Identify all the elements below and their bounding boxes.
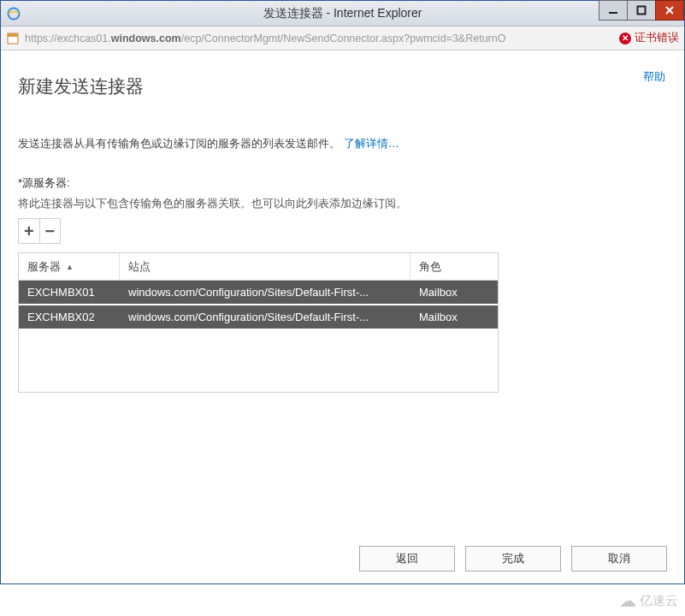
cell-server: EXCHMBX01: [19, 281, 120, 304]
cancel-button[interactable]: 取消: [571, 546, 667, 572]
cell-server: EXCHMBX02: [19, 305, 120, 329]
column-header-server-label: 服务器: [27, 259, 61, 275]
source-server-label: *源服务器:: [18, 175, 667, 191]
description-text: 发送连接器从具有传输角色或边缘订阅的服务器的列表发送邮件。: [18, 137, 340, 150]
cell-role: Mailbox: [410, 281, 498, 304]
window-controls: [599, 0, 684, 21]
description: 发送连接器从具有传输角色或边缘订阅的服务器的列表发送邮件。 了解详情…: [18, 136, 667, 151]
url-path: /ecp/ConnectorMgmt/NewSendConnector.aspx…: [181, 33, 506, 44]
content-area: 帮助 新建发送连接器 发送连接器从具有传输角色或边缘订阅的服务器的列表发送邮件。…: [1, 50, 684, 583]
learn-more-link[interactable]: 了解详情…: [344, 137, 399, 150]
cert-error-icon: ✕: [619, 33, 631, 44]
window-frame: 发送连接器 - Internet Explorer https://exchca…: [0, 0, 685, 584]
back-button[interactable]: 返回: [359, 546, 455, 572]
cell-site: windows.com/Configuration/Sites/Default-…: [120, 305, 410, 329]
url-text: https://exchcas01.windows.com/ecp/Connec…: [25, 33, 614, 44]
cell-site: windows.com/Configuration/Sites/Default-…: [120, 281, 410, 304]
plus-icon: +: [24, 222, 34, 241]
window-title: 发送连接器 - Internet Explorer: [1, 6, 684, 21]
grid-toolbar: + −: [18, 218, 61, 244]
watermark-text: 亿速云: [640, 593, 678, 609]
svg-rect-1: [609, 12, 617, 14]
column-header-site[interactable]: 站点: [120, 253, 410, 280]
footer-buttons: 返回 完成 取消: [18, 536, 667, 572]
close-button[interactable]: [655, 0, 684, 21]
table-row[interactable]: EXCHMBX02 windows.com/Configuration/Site…: [19, 305, 498, 329]
sort-ascending-icon: ▲: [66, 263, 74, 271]
cloud-icon: ☁: [619, 590, 636, 611]
minimize-button[interactable]: [599, 0, 628, 21]
page-icon: [6, 32, 20, 45]
remove-button[interactable]: −: [39, 219, 61, 243]
add-button[interactable]: +: [19, 219, 39, 243]
cert-error-text: 证书错误: [635, 31, 679, 45]
svg-rect-2: [638, 7, 646, 15]
help-link[interactable]: 帮助: [643, 69, 665, 85]
url-prefix: https://exchcas01.: [25, 33, 111, 44]
column-header-server[interactable]: 服务器 ▲: [19, 253, 120, 280]
minus-icon: −: [44, 222, 55, 241]
source-server-hint: 将此连接器与以下包含传输角色的服务器关联。也可以向此列表添加边缘订阅。: [18, 196, 667, 211]
finish-button[interactable]: 完成: [465, 546, 561, 572]
maximize-button[interactable]: [627, 0, 656, 21]
grid-body: EXCHMBX01 windows.com/Configuration/Site…: [19, 281, 498, 392]
server-grid: 服务器 ▲ 站点 角色 EXCHMBX01 windows.com/Config…: [18, 252, 499, 393]
url-host: windows.com: [111, 33, 181, 44]
table-row[interactable]: EXCHMBX01 windows.com/Configuration/Site…: [19, 281, 498, 304]
address-bar[interactable]: https://exchcas01.windows.com/ecp/Connec…: [1, 27, 684, 50]
watermark: ☁ 亿速云: [619, 590, 678, 611]
grid-header: 服务器 ▲ 站点 角色: [19, 253, 498, 281]
ie-icon: [6, 6, 21, 21]
svg-rect-6: [8, 33, 18, 37]
page-title: 新建发送连接器: [18, 74, 667, 98]
titlebar[interactable]: 发送连接器 - Internet Explorer: [1, 1, 684, 27]
cert-error-indicator[interactable]: ✕ 证书错误: [619, 31, 679, 45]
cell-role: Mailbox: [410, 305, 498, 329]
column-header-role[interactable]: 角色: [410, 253, 498, 280]
